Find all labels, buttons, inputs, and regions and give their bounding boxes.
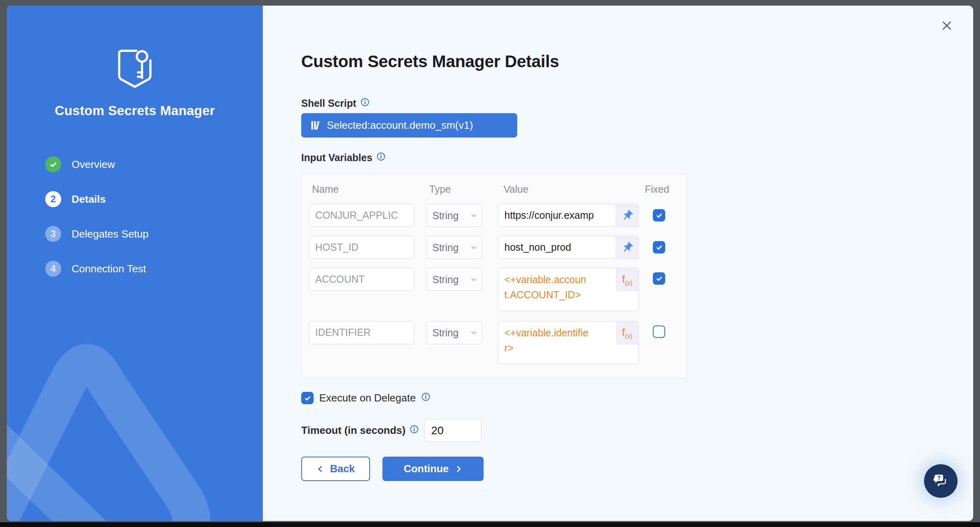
step-connection-test[interactable]: 4 Connection Test: [45, 261, 148, 277]
step-label: Overview: [72, 158, 115, 171]
step-overview[interactable]: Overview: [45, 156, 148, 172]
step-delegates-setup[interactable]: 3 Delegates Setup: [45, 226, 148, 242]
details-panel: Custom Secrets Manager Details Shell Scr…: [263, 6, 973, 521]
fixed-checkbox[interactable]: [653, 241, 665, 254]
step-label: Connection Test: [72, 263, 146, 275]
variable-type-select[interactable]: String: [426, 321, 482, 344]
check-icon: [304, 395, 311, 402]
check-icon: [656, 212, 663, 219]
info-icon[interactable]: [376, 152, 386, 161]
column-header-fixed: Fixed: [645, 184, 669, 195]
variable-name-input[interactable]: CONJUR_APPLIC: [309, 204, 414, 227]
chevron-down-icon: [471, 246, 477, 250]
variable-value-group: https://conjur.examp: [498, 204, 639, 227]
variable-type-value: String: [432, 274, 458, 285]
page-title: Custom Secrets Manager Details: [301, 52, 559, 71]
form-actions: Back Continue: [301, 457, 484, 481]
variable-value-input[interactable]: <+variable.identifie r>: [504, 325, 615, 360]
check-icon: [656, 244, 663, 251]
variable-name-input[interactable]: ACCOUNT: [309, 268, 414, 291]
execute-on-delegate-row: Execute on Delegate: [301, 392, 430, 404]
input-variables-label-row: Input Variables: [301, 152, 386, 164]
expression-button[interactable]: f(x): [616, 268, 638, 291]
column-header-value: Value: [504, 184, 528, 195]
shell-script-selected-button[interactable]: Selected:account.demo_sm(v1): [301, 113, 517, 138]
step-label: Details: [72, 193, 106, 206]
close-button[interactable]: [939, 18, 955, 34]
secrets-manager-shield-key-icon: [116, 47, 154, 89]
chevron-right-icon: [454, 465, 462, 473]
step-details[interactable]: 2 Details: [45, 191, 148, 207]
input-variables-table: Name Type Value Fixed CONJUR_APPLIC Stri…: [301, 174, 688, 378]
timeout-row: Timeout (in seconds) 20: [301, 419, 482, 442]
shell-script-label: Shell Script: [301, 98, 356, 109]
expression-button[interactable]: f(x): [616, 321, 638, 345]
continue-button[interactable]: Continue: [382, 457, 484, 481]
chevron-down-icon: [471, 331, 477, 335]
timeout-input[interactable]: 20: [424, 419, 482, 442]
variable-value-group: host_non_prod: [498, 236, 639, 259]
input-variables-label: Input Variables: [301, 152, 372, 164]
variable-type-value: String: [432, 327, 458, 339]
execute-on-delegate-checkbox[interactable]: [301, 392, 314, 404]
variable-value-input[interactable]: host_non_prod: [498, 236, 616, 259]
chevron-left-icon: [316, 465, 324, 473]
chat-help-icon: ?: [932, 472, 950, 490]
check-icon: [49, 160, 58, 169]
info-icon[interactable]: [410, 425, 419, 434]
wizard-title: Custom Secrets Manager: [7, 103, 263, 118]
variable-type-select[interactable]: String: [426, 268, 482, 291]
execute-on-delegate-label: Execute on Delegate: [319, 392, 416, 404]
back-button[interactable]: Back: [301, 457, 370, 481]
svg-text:?: ?: [937, 475, 940, 481]
chevron-down-icon: [471, 214, 477, 218]
variable-value-group: <+variable.identifie r> f(x): [498, 321, 639, 364]
library-icon: [310, 120, 321, 131]
fixed-checkbox[interactable]: [653, 209, 665, 222]
pin-icon: [621, 210, 634, 222]
variable-value-group: <+variable.accoun t.ACCOUNT_ID> f(x): [498, 268, 639, 311]
column-header-name: Name: [312, 184, 339, 195]
fixed-checkbox[interactable]: [653, 325, 665, 338]
chevron-down-icon: [471, 277, 477, 281]
fx-icon: f(x): [622, 326, 632, 340]
step-label: Delegates Setup: [72, 228, 148, 240]
step-complete-circle: [45, 156, 61, 172]
variable-name-input[interactable]: HOST_ID: [309, 236, 414, 259]
check-icon: [656, 275, 663, 282]
variable-value-input[interactable]: https://conjur.examp: [498, 204, 616, 227]
close-icon: [940, 19, 954, 32]
timeout-label: Timeout (in seconds): [301, 424, 406, 437]
fx-icon: f(x): [622, 273, 632, 287]
variable-name-input[interactable]: IDENTIFIER: [309, 321, 414, 344]
variable-value-input[interactable]: <+variable.accoun t.ACCOUNT_ID>: [504, 272, 615, 307]
fixed-checkbox[interactable]: [653, 272, 665, 285]
variable-type-select[interactable]: String: [426, 204, 482, 227]
pin-button[interactable]: [616, 236, 638, 259]
variable-type-value: String: [432, 210, 458, 222]
wizard-sidebar: Custom Secrets Manager Overview 2 Detail…: [7, 6, 263, 521]
variable-type-value: String: [432, 242, 458, 254]
step-number-circle: 3: [45, 226, 61, 242]
column-header-type: Type: [429, 184, 451, 195]
pin-button[interactable]: [616, 204, 638, 227]
brand-watermark: [7, 311, 263, 521]
wizard-dialog: Custom Secrets Manager Overview 2 Detail…: [7, 6, 973, 521]
info-icon[interactable]: [360, 98, 370, 107]
variable-type-select[interactable]: String: [426, 236, 482, 259]
step-number-circle: 4: [45, 261, 61, 277]
selected-script-label: Selected:account.demo_sm(v1): [327, 119, 473, 132]
wizard-steps: Overview 2 Details 3 Delegates Setup 4 C…: [45, 156, 148, 295]
screen-bottom-bar: [0, 522, 980, 527]
pin-icon: [621, 242, 634, 254]
shell-script-label-row: Shell Script: [301, 98, 370, 109]
help-chat-button[interactable]: ?: [924, 464, 958, 498]
info-icon[interactable]: [421, 392, 430, 401]
step-number-circle: 2: [45, 191, 61, 207]
